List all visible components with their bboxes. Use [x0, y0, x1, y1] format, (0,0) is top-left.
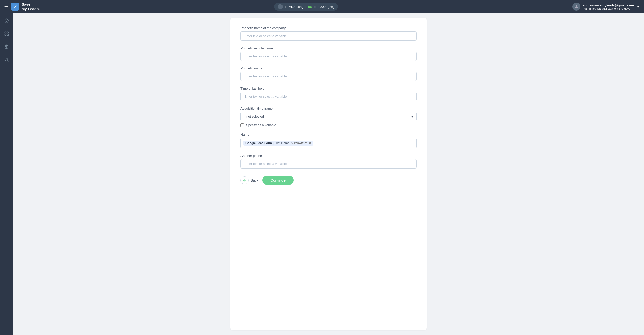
back-button[interactable]: Back: [240, 176, 258, 184]
sidebar-item-home[interactable]: [3, 17, 10, 24]
leads-usage-label: LEADS usage:: [285, 5, 306, 9]
user-info: andrewsavemyleads@gmail.com Plan |Start|…: [583, 3, 634, 10]
logo-text: Save My Leads.: [22, 2, 40, 11]
content-area: Phonetic name of the company Phonetic mi…: [13, 13, 644, 335]
info-icon: i: [278, 4, 283, 9]
acquisition-group: Acquisition time frame - not selected - …: [240, 107, 417, 127]
svg-point-7: [6, 58, 8, 60]
user-plan: Plan |Start| left until payment 377 days: [583, 7, 634, 10]
back-label: Back: [251, 178, 258, 182]
hamburger-icon[interactable]: ☰: [4, 4, 9, 10]
leads-total: of 2'000: [314, 5, 326, 9]
acquisition-select-wrapper: - not selected - ▾: [240, 112, 417, 121]
svg-point-1: [576, 5, 577, 7]
leads-current: 56: [308, 5, 312, 9]
name-label: Name: [240, 133, 417, 136]
specify-variable-checkbox[interactable]: [240, 123, 244, 127]
phonetic-company-input[interactable]: [240, 31, 417, 41]
phonetic-name-input[interactable]: [240, 72, 417, 81]
phonetic-name-label: Phonetic name: [240, 66, 417, 70]
another-phone-input[interactable]: [240, 159, 417, 169]
acquisition-label: Acquisition time frame: [240, 107, 417, 110]
sidebar: [0, 13, 13, 335]
tag-field: | First Name:: [273, 141, 290, 145]
another-phone-group: Another phone: [240, 154, 417, 169]
tag-close-icon[interactable]: ✕: [309, 141, 311, 145]
app-header: ☰ Save My Leads. i LEADS usage: 56 of 2'…: [0, 0, 644, 13]
user-avatar: [572, 3, 580, 11]
leads-percent: (3%): [328, 5, 334, 9]
header-left: ☰ Save My Leads.: [4, 2, 40, 11]
header-center: i LEADS usage: 56 of 2'000 (3%): [274, 3, 338, 11]
user-email: andrewsavemyleads@gmail.com: [583, 3, 634, 7]
form-actions: Back Continue: [240, 176, 417, 185]
header-chevron-icon[interactable]: ▼: [636, 5, 640, 9]
sidebar-item-profile[interactable]: [3, 56, 10, 63]
logo-icon: [11, 3, 19, 11]
name-tag-input[interactable]: Google Lead Form | First Name: "FirstNam…: [240, 138, 417, 148]
time-last-hold-input[interactable]: [240, 92, 417, 101]
tag-source: Google Lead Form: [245, 141, 272, 145]
name-group: Name Google Lead Form | First Name: "Fir…: [240, 133, 417, 148]
acquisition-select[interactable]: - not selected -: [240, 112, 417, 121]
specify-variable-label[interactable]: Specify as a variable: [246, 123, 276, 127]
continue-button[interactable]: Continue: [262, 176, 294, 185]
svg-rect-5: [7, 34, 9, 36]
time-last-hold-label: Time of last hold: [240, 87, 417, 90]
phonetic-middle-label: Phonetic middle name: [240, 46, 417, 50]
name-tag: Google Lead Form | First Name: "FirstNam…: [243, 141, 313, 146]
phonetic-name-group: Phonetic name: [240, 66, 417, 81]
another-phone-label: Another phone: [240, 154, 417, 158]
sidebar-item-flows[interactable]: [3, 30, 10, 37]
leads-usage-box[interactable]: i LEADS usage: 56 of 2'000 (3%): [274, 3, 338, 11]
phonetic-middle-group: Phonetic middle name: [240, 46, 417, 61]
phonetic-middle-input[interactable]: [240, 52, 417, 61]
phonetic-company-group: Phonetic name of the company: [240, 26, 417, 41]
svg-rect-3: [7, 32, 9, 33]
svg-rect-2: [5, 32, 6, 33]
header-right: andrewsavemyleads@gmail.com Plan |Start|…: [572, 3, 640, 11]
time-last-hold-group: Time of last hold: [240, 87, 417, 101]
phonetic-company-label: Phonetic name of the company: [240, 26, 417, 30]
specify-variable-row: Specify as a variable: [240, 123, 417, 127]
tag-value: "FirstName": [291, 141, 307, 145]
back-icon: [240, 176, 249, 184]
main-layout: Phonetic name of the company Phonetic mi…: [0, 13, 644, 335]
svg-rect-4: [5, 34, 6, 36]
form-container: Phonetic name of the company Phonetic mi…: [230, 18, 427, 330]
sidebar-item-billing[interactable]: [3, 43, 10, 50]
